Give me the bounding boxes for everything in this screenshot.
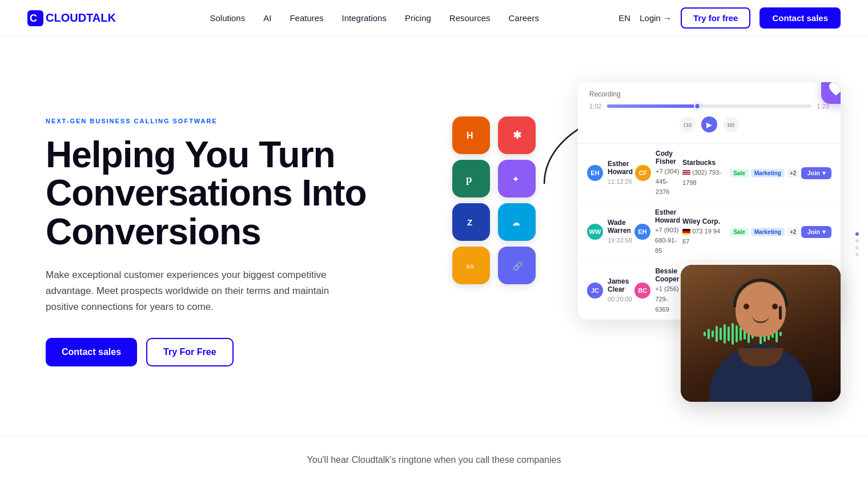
svg-text:⟨10: ⟨10 (684, 122, 692, 128)
agent-cell-3: JC James Clear 00:20:00 (587, 277, 632, 304)
svg-text:✦: ✦ (512, 175, 519, 184)
contact-cell-2: EH Esther Howard +7 (903) 680-91-85 (634, 208, 680, 255)
headset-mic (779, 306, 782, 320)
headset-arc (733, 279, 788, 307)
waveform-knob (694, 103, 701, 110)
scroll-dot-1[interactable] (855, 232, 859, 236)
waveform-row[interactable]: 1:02 1:23 (589, 103, 829, 110)
scroll-dot-4[interactable] (855, 253, 859, 256)
nav-integrations[interactable]: Integrations (342, 13, 387, 23)
integration-pipedrive-icon[interactable]: p (452, 160, 490, 197)
hero-eyebrow: NEXT-GEN BUSINESS CALLING SOFTWARE (46, 118, 367, 124)
join-button-2[interactable]: Join ▾ (801, 226, 831, 238)
hero-try-free-button[interactable]: Try For Free (146, 338, 233, 366)
integration-zendesk-icon[interactable]: Z (452, 203, 490, 241)
scroll-dot-3[interactable] (855, 246, 859, 249)
waveform-track[interactable] (607, 104, 811, 108)
play-button[interactable]: ▶ (701, 116, 717, 132)
tags-action-1: Sale Marketing +2 Join ▾ (730, 167, 831, 179)
integration-zapier-icon[interactable]: ✱ (498, 116, 536, 154)
svg-text:☁: ☁ (512, 219, 520, 227)
agent-cell: EH Esther Howard 11:12:26 (587, 160, 633, 186)
svg-text:10⟩: 10⟩ (727, 122, 735, 128)
nav-links: Solutions AI Features Integrations Prici… (210, 13, 539, 23)
scroll-indicator (855, 232, 859, 256)
agent-avatar: EH (587, 165, 603, 181)
recording-time-end: 1:23 (817, 103, 829, 110)
svg-text:Z: Z (467, 217, 472, 227)
agent-avatar-2: WW (587, 224, 603, 240)
svg-text:≡≡: ≡≡ (466, 263, 474, 271)
nav-solutions[interactable]: Solutions (210, 13, 245, 23)
play-controls: ⟨10 ▶ 10⟩ (589, 114, 829, 135)
integration-extra-icon[interactable]: 🔗 (498, 247, 536, 284)
company-cell-2: Wiley Corp. 073 19 94 67 (682, 217, 728, 246)
svg-text:✱: ✱ (513, 130, 521, 141)
skip-forward-button[interactable]: 10⟩ (723, 116, 739, 132)
svg-text:C: C (30, 13, 37, 24)
agent-avatar-3: JC (587, 283, 603, 299)
svg-text:p: p (466, 173, 472, 185)
nav-pricing[interactable]: Pricing (405, 13, 431, 23)
hero-title: Helping You Turn Conversations Into Conv… (46, 136, 367, 251)
waveform-fill (607, 104, 697, 108)
svg-text:CLOUDTALK: CLOUDTALK (46, 11, 116, 24)
hero-contact-sales-button[interactable]: Contact sales (46, 338, 137, 366)
integration-intercom-icon[interactable]: ✦ (498, 160, 536, 197)
nav-contact-sales-button[interactable]: Contact sales (760, 7, 841, 29)
agent-cell-2: WW Wade Warren 19:33:58 (587, 219, 632, 245)
person-silhouette (698, 271, 823, 402)
hero-description: Make exceptional customer experiences yo… (46, 267, 331, 315)
join-button-1[interactable]: Join ▾ (801, 167, 831, 179)
company-cell-1: Starbucks (302) 793-1798 (682, 159, 728, 187)
nav-careers[interactable]: Careers (509, 13, 539, 23)
language-selector[interactable]: EN (618, 13, 630, 23)
person-eyes (744, 304, 778, 309)
contact-row: EH Esther Howard 11:12:26 CF Cody Fisher… (578, 143, 841, 202)
integration-monday-icon[interactable]: ≡≡ (452, 247, 490, 284)
hero-section: NEXT-GEN BUSINESS CALLING SOFTWARE Helpi… (0, 37, 868, 436)
recording-label: Recording (589, 90, 829, 98)
recording-time-start: 1:02 (589, 103, 601, 110)
recording-bar: Recording 1:02 1:23 ⟨10 ▶ 10⟩ (578, 82, 841, 143)
scroll-dot-2[interactable] (855, 239, 859, 243)
contact-row: WW Wade Warren 19:33:58 EH Esther Howard… (578, 202, 841, 261)
contact-avatar-3: BC (634, 283, 650, 299)
bottom-section: You'll hear Cloudtalk's ringtone when yo… (0, 436, 868, 483)
bottom-companies-text: You'll hear Cloudtalk's ringtone when yo… (0, 455, 868, 465)
integrations-grid: H ✱ p ✦ Z ☁ ≡≡ 🔗 (452, 116, 538, 284)
integration-salesforce-icon[interactable]: ☁ (498, 203, 536, 241)
hero-left: NEXT-GEN BUSINESS CALLING SOFTWARE Helpi… (46, 118, 367, 366)
svg-text:🔗: 🔗 (513, 261, 523, 271)
integration-hubspot-icon[interactable]: H (452, 116, 490, 154)
skip-back-button[interactable]: ⟨10 (680, 116, 696, 132)
contact-cell-1: CF Cody Fisher +7 (304) 445-2376 (635, 150, 680, 196)
hero-illustration: H ✱ p ✦ Z ☁ ≡≡ 🔗 (452, 82, 841, 402)
video-portrait (681, 265, 841, 402)
logo[interactable]: C CLOUDTALK (27, 9, 130, 27)
nav-right: EN Login → Try for free Contact sales (618, 7, 841, 29)
contact-cell-3: BC Bessie Cooper +1 (256) 729-6369 (634, 267, 680, 314)
heart-badge-icon (821, 82, 841, 104)
tags-action-2: Sale Marketing +2 Join ▾ (730, 226, 831, 238)
nav-features[interactable]: Features (290, 13, 323, 23)
navbar: C CLOUDTALK Solutions AI Features Integr… (0, 0, 868, 37)
nav-try-free-button[interactable]: Try for free (681, 7, 750, 29)
hero-cta: Contact sales Try For Free (46, 338, 367, 366)
svg-text:H: H (467, 131, 473, 140)
contact-avatar-2: EH (634, 224, 650, 240)
nav-ai[interactable]: AI (263, 13, 271, 23)
nav-resources[interactable]: Resources (449, 13, 491, 23)
contact-avatar-1: CF (635, 165, 651, 181)
login-button[interactable]: Login → (640, 13, 672, 23)
